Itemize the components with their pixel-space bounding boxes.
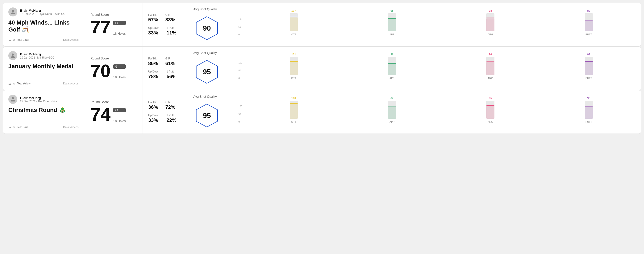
quality-score: 95	[203, 112, 211, 120]
card-left-3: Blair McHarg 27 Dec 2021 · The Oxfordshi…	[3, 90, 84, 133]
fw-hit-value: 57%	[148, 17, 158, 23]
quality-label: Avg Shot Quality	[193, 7, 217, 11]
stat-group-top: FW Hit 36% GIR 72%	[148, 101, 182, 110]
chart-bars: 110 OTT 87 APP 95	[247, 97, 636, 123]
card-footer: ☁ ≋ Tee: Yellow Data: Arccos	[8, 82, 78, 85]
score-meta: +2 18 Holes	[113, 108, 126, 124]
bar-wrapper	[486, 57, 494, 75]
cloud-icon: ☁	[8, 126, 12, 129]
score-holes: 18 Holes	[113, 32, 126, 35]
bar-wrapper	[290, 101, 298, 119]
oneputt-value: 11%	[166, 30, 176, 36]
round-title: Christmas Round 🎄	[8, 107, 78, 114]
gir-label: GIR	[165, 13, 175, 16]
quality-score: 90	[203, 24, 211, 32]
tee-label: Tee: Blue	[17, 126, 28, 129]
bar-wrapper	[388, 57, 396, 75]
bar-wrapper	[585, 13, 593, 31]
score-label: Round Score	[90, 13, 136, 16]
card-left-1: Blair McHarg 12 Feb 2022 · Royal North D…	[3, 3, 84, 46]
stat-oneputt: 1 Putt 11%	[166, 26, 176, 36]
stat-oneputt: 1 Putt 56%	[166, 70, 176, 80]
score-row: 77 +5 18 Holes	[90, 18, 136, 36]
oneputt-label: 1 Putt	[166, 114, 176, 117]
round-card-2: Blair McHarg 29 Jan 2022 · Mill Ride GCC…	[3, 46, 641, 90]
updown-label: Up/Down	[148, 114, 159, 117]
round-title: 40 Mph Winds... Links Golf 🪃	[8, 19, 78, 33]
gir-label: GIR	[165, 101, 175, 104]
gir-value: 61%	[165, 61, 175, 66]
fw-hit-value: 86%	[148, 61, 158, 66]
gir-label: GIR	[165, 57, 175, 60]
quality-label: Avg Shot Quality	[193, 95, 217, 98]
chart-bar-putt: 99 PUTT	[542, 53, 636, 80]
quality-score: 95	[203, 68, 211, 76]
fw-hit-label: FW Hit	[148, 101, 158, 104]
tee-label: Tee: Black	[17, 38, 29, 41]
person-icon	[10, 53, 16, 58]
chart-inner: 100500 101 OTT 86 APP	[238, 57, 636, 80]
updown-value: 78%	[148, 74, 159, 80]
y-label: 50	[238, 113, 242, 116]
fw-hit-value: 36%	[148, 104, 158, 110]
chart-bar-app: 87 APP	[345, 97, 439, 123]
gir-value: 72%	[165, 104, 175, 110]
chart-bar-arg: 95 ARG	[444, 97, 537, 123]
card-chart-1: 100500 107 OTT 95 APP	[233, 3, 641, 46]
bar-wrapper	[290, 57, 298, 75]
wind-icon: ≋	[13, 126, 16, 129]
card-stats-2: FW Hit 86% GIR 61% Up/Down 78% 1 Putt 56…	[143, 47, 188, 90]
player-header: Blair McHarg 12 Feb 2022 · Royal North D…	[8, 7, 78, 16]
avatar	[8, 7, 17, 16]
card-footer: ☁ ≋ Tee: Blue Data: Arccos	[8, 126, 78, 129]
player-name: Blair McHarg	[20, 52, 54, 56]
chart-bar-ott: 101 OTT	[247, 53, 340, 80]
cloud-icon: ☁	[8, 38, 12, 42]
chart-y-axis: 100500	[238, 18, 242, 36]
person-icon	[10, 97, 16, 102]
y-label: 0	[238, 77, 242, 80]
updown-label: Up/Down	[148, 26, 159, 29]
fw-hit-label: FW Hit	[148, 13, 158, 16]
stat-fw-hit: FW Hit 36%	[148, 101, 158, 110]
card-score-3: Round Score 74 +2 18 Holes	[84, 90, 143, 133]
stat-gir: GIR 83%	[165, 13, 175, 23]
bar-wrapper	[585, 57, 593, 75]
score-number: 77	[90, 18, 110, 36]
stat-group-top: FW Hit 86% GIR 61%	[148, 57, 182, 66]
oneputt-value: 22%	[166, 117, 176, 123]
player-header: Blair McHarg 29 Jan 2022 · Mill Ride GCC	[8, 51, 78, 60]
tee-info: ☁ ≋ Tee: Yellow	[8, 82, 30, 85]
oneputt-label: 1 Putt	[166, 70, 176, 73]
card-score-1: Round Score 77 +5 18 Holes	[84, 3, 143, 46]
score-meta: +5 18 Holes	[113, 21, 126, 36]
stat-group-bottom: Up/Down 78% 1 Putt 56%	[148, 70, 182, 80]
round-title: January Monthly Medal	[8, 63, 78, 70]
y-label: 100	[238, 18, 242, 20]
stat-updown: Up/Down 78%	[148, 70, 159, 80]
player-meta: 12 Feb 2022 · Royal North Devon GC	[20, 12, 65, 15]
chart-bars: 107 OTT 95 APP 98	[247, 9, 636, 36]
stat-fw-hit: FW Hit 86%	[148, 57, 158, 66]
stat-oneputt: 1 Putt 22%	[166, 114, 176, 123]
fw-hit-label: FW Hit	[148, 57, 158, 60]
score-badge: +5	[113, 21, 126, 25]
y-label: 100	[238, 105, 242, 108]
stat-group-top: FW Hit 57% GIR 83%	[148, 13, 182, 23]
avatar	[8, 51, 17, 60]
chart-bar-arg: 96 ARG	[444, 53, 537, 80]
data-source: Data: Arccos	[63, 126, 78, 129]
round-card-3: Blair McHarg 27 Dec 2021 · The Oxfordshi…	[3, 90, 641, 134]
chart-y-axis: 100500	[238, 105, 242, 123]
bar-wrapper	[486, 101, 494, 119]
chart-bar-arg: 98 ARG	[444, 9, 537, 36]
cloud-icon: ☁	[8, 82, 12, 85]
score-label: Round Score	[90, 57, 136, 60]
tee-info: ☁ ≋ Tee: Blue	[8, 126, 28, 129]
y-label: 100	[238, 61, 242, 64]
player-name: Blair McHarg	[20, 96, 57, 100]
wind-icon: ≋	[13, 38, 16, 42]
person-icon	[10, 9, 16, 15]
stat-updown: Up/Down 33%	[148, 26, 159, 36]
updown-label: Up/Down	[148, 70, 159, 73]
